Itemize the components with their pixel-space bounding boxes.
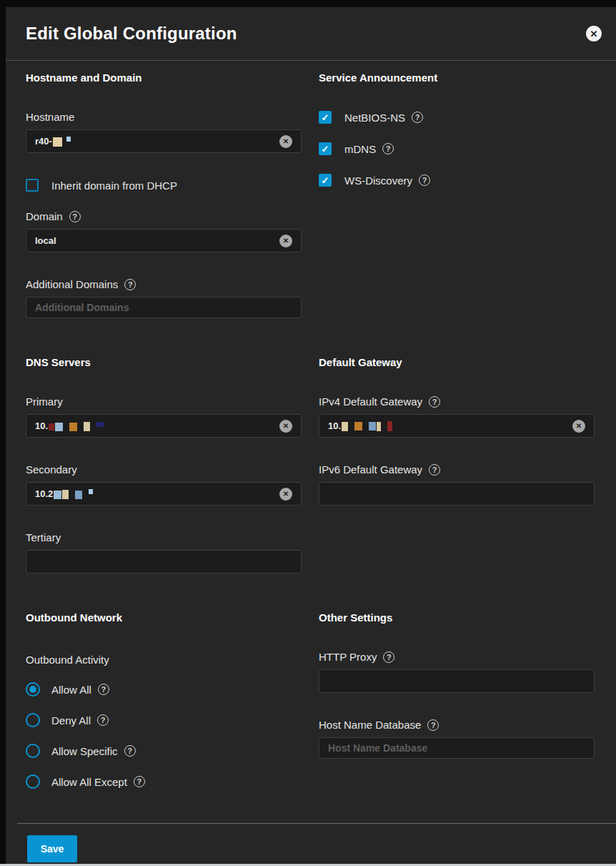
secondary-dns-value: 10.2 — [35, 488, 53, 499]
section-dns-servers: DNS Servers Primary 10. ✕ Secondary 10.2… — [26, 356, 302, 574]
help-icon[interactable]: ? — [134, 776, 145, 787]
hostname-value: r40- — [35, 136, 52, 147]
outbound-activity-label: Outbound Activity — [26, 654, 302, 666]
primary-dns-value: 10. — [35, 420, 48, 431]
ipv4-gateway-input[interactable]: 10. ✕ — [319, 414, 595, 438]
secondary-dns-label: Secondary — [26, 463, 302, 476]
primary-dns-field-group: Primary 10. ✕ — [26, 395, 302, 438]
radio-allow-all[interactable]: Allow All ? — [26, 682, 302, 697]
additional-domains-label: Additional Domains ? — [26, 278, 302, 290]
radio-unselected-icon[interactable] — [26, 774, 40, 789]
section-service-announcement: Service Announcement ✓ NetBIOS-NS ? ✓ mD… — [319, 72, 595, 205]
clear-input-icon[interactable]: ✕ — [279, 135, 292, 148]
redacted-pixels — [52, 136, 71, 147]
http-proxy-field-group: HTTP Proxy ? — [319, 651, 595, 693]
close-icon[interactable]: ✕ — [586, 26, 602, 41]
help-icon[interactable]: ? — [412, 112, 423, 123]
hostname-label: Hostname — [26, 111, 302, 123]
additional-domains-input[interactable]: Additional Domains — [26, 297, 302, 318]
footer-divider — [17, 823, 616, 824]
section-title: Service Announcement — [319, 72, 595, 84]
tertiary-dns-label: Tertiary — [26, 531, 302, 543]
section-outbound-network: Outbound Network Outbound Activity Allow… — [26, 611, 302, 789]
radio-unselected-icon[interactable] — [26, 744, 40, 758]
help-icon[interactable]: ? — [419, 174, 430, 186]
ipv6-gateway-input[interactable] — [319, 482, 595, 506]
dialog-footer: Save — [6, 823, 616, 864]
radio-deny-all[interactable]: Deny All ? — [26, 713, 302, 727]
section-title: Hostname and Domain — [26, 72, 302, 84]
additional-domains-field-group: Additional Domains ? Additional Domains — [26, 278, 302, 318]
section-title: Default Gateway — [319, 356, 595, 368]
host-name-database-label: Host Name Database ? — [319, 719, 595, 731]
help-icon[interactable]: ? — [429, 396, 440, 408]
hostname-input[interactable]: r40- ✕ — [26, 129, 302, 153]
netbios-ns-checkbox[interactable]: ✓ NetBIOS-NS ? — [319, 111, 595, 124]
section-title: DNS Servers — [26, 356, 302, 368]
radio-label: Allow All ? — [51, 684, 109, 696]
host-name-database-placeholder: Host Name Database — [328, 742, 427, 754]
redacted-pixels — [48, 420, 104, 431]
redacted-pixels — [341, 420, 392, 432]
radio-label: Deny All ? — [51, 714, 109, 727]
help-icon[interactable]: ? — [429, 464, 440, 476]
ipv6-gateway-field-group: IPv6 Default Gateway ? — [319, 463, 595, 506]
radio-label: Allow Specific ? — [51, 745, 136, 757]
inherit-domain-from-dhcp-checkbox[interactable]: Inherit domain from DHCP — [26, 179, 302, 192]
ipv4-gateway-value: 10. — [328, 420, 341, 431]
secondary-dns-field-group: Secondary 10.2 ✕ — [26, 463, 302, 506]
checkbox-checked-icon[interactable]: ✓ — [319, 111, 332, 124]
radio-selected-icon[interactable] — [26, 682, 40, 697]
primary-dns-label: Primary — [26, 395, 302, 408]
service-announcement-options: ✓ NetBIOS-NS ? ✓ mDNS ? — [319, 111, 595, 187]
checkbox-checked-icon[interactable]: ✓ — [319, 174, 332, 187]
radio-allow-all-except[interactable]: Allow All Except ? — [26, 774, 302, 789]
http-proxy-label: HTTP Proxy ? — [319, 651, 595, 663]
help-icon[interactable]: ? — [383, 651, 394, 663]
radio-allow-specific[interactable]: Allow Specific ? — [26, 744, 302, 758]
checkbox-label: NetBIOS-NS ? — [344, 112, 423, 124]
clear-input-icon[interactable]: ✕ — [279, 235, 292, 247]
section-other-settings: Other Settings HTTP Proxy ? Host Name Da… — [319, 611, 595, 759]
tertiary-dns-field-group: Tertiary — [26, 531, 302, 574]
help-icon[interactable]: ? — [124, 745, 136, 757]
save-button[interactable]: Save — [27, 835, 77, 862]
radio-label: Allow All Except ? — [51, 776, 145, 788]
checkbox-unchecked-icon[interactable] — [26, 179, 39, 192]
section-hostname-and-domain: Hostname and Domain Hostname r40- ✕ Inhe… — [26, 72, 302, 318]
dialog-header: Edit Global Configuration ✕ — [6, 7, 616, 61]
domain-field-group: Domain ? local ✕ — [26, 210, 302, 252]
tertiary-dns-input[interactable] — [26, 550, 302, 574]
help-icon[interactable]: ? — [98, 684, 109, 695]
domain-input[interactable]: local ✕ — [26, 229, 302, 252]
clear-input-icon[interactable]: ✕ — [279, 420, 292, 433]
section-title: Outbound Network — [26, 611, 302, 624]
radio-unselected-icon[interactable] — [26, 713, 40, 727]
checkbox-checked-icon[interactable]: ✓ — [319, 142, 332, 155]
http-proxy-input[interactable] — [319, 669, 595, 693]
additional-domains-placeholder: Additional Domains — [35, 302, 129, 313]
help-icon[interactable]: ? — [427, 719, 439, 731]
mdns-checkbox[interactable]: ✓ mDNS ? — [319, 142, 595, 155]
hostname-field-group: Hostname r40- ✕ — [26, 111, 302, 153]
section-title: Other Settings — [319, 611, 595, 624]
clear-input-icon[interactable]: ✕ — [279, 488, 292, 501]
domain-value: local — [35, 235, 56, 246]
checkbox-label: mDNS ? — [344, 143, 394, 155]
help-icon[interactable]: ? — [382, 143, 394, 154]
redacted-pixels — [53, 488, 93, 499]
host-name-database-field-group: Host Name Database ? Host Name Database — [319, 719, 595, 759]
ipv4-gateway-label: IPv4 Default Gateway ? — [319, 395, 595, 408]
domain-label: Domain ? — [26, 210, 302, 222]
edit-global-configuration-dialog: Edit Global Configuration ✕ Hostname and… — [6, 7, 616, 864]
help-icon[interactable]: ? — [97, 714, 109, 726]
secondary-dns-input[interactable]: 10.2 ✕ — [26, 482, 302, 506]
help-icon[interactable]: ? — [69, 211, 81, 222]
ws-discovery-checkbox[interactable]: ✓ WS-Discovery ? — [319, 174, 595, 187]
clear-input-icon[interactable]: ✕ — [572, 420, 585, 433]
dialog-content: Hostname and Domain Hostname r40- ✕ Inhe… — [6, 61, 616, 823]
primary-dns-input[interactable]: 10. ✕ — [26, 414, 302, 438]
section-default-gateway: Default Gateway IPv4 Default Gateway ? 1… — [319, 356, 595, 506]
host-name-database-input[interactable]: Host Name Database — [319, 737, 595, 759]
help-icon[interactable]: ? — [124, 279, 136, 290]
